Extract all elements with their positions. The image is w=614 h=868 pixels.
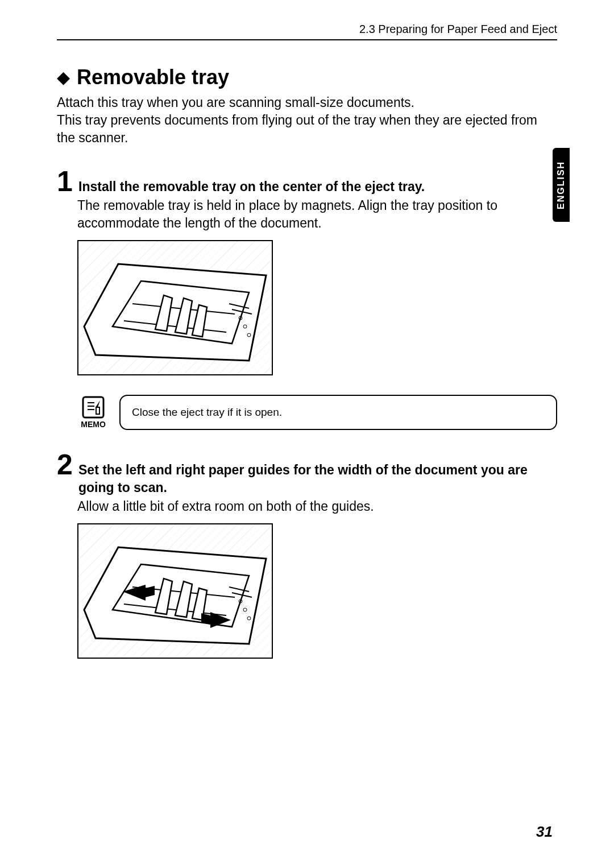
page-header: 2.3 Preparing for Paper Feed and Eject bbox=[57, 23, 557, 40]
svg-rect-16 bbox=[96, 407, 99, 414]
section-reference: 2.3 Preparing for Paper Feed and Eject bbox=[359, 23, 557, 35]
page: 2.3 Preparing for Paper Feed and Eject E… bbox=[0, 0, 614, 868]
step-2-number: 2 bbox=[57, 450, 73, 479]
svg-rect-12 bbox=[83, 397, 103, 418]
step-1-body: The removable tray is held in place by m… bbox=[77, 197, 557, 232]
step-1-figure bbox=[77, 240, 273, 375]
memo-text: Close the eject tray if it is open. bbox=[132, 406, 282, 419]
step-2-heading: Set the left and right paper guides for … bbox=[78, 461, 557, 497]
memo-label: MEMO bbox=[81, 420, 106, 429]
step-2-body: Allow a little bit of extra room on both… bbox=[77, 498, 557, 515]
step-1: 1 Install the removable tray on the cent… bbox=[57, 167, 557, 430]
step-2-figure bbox=[77, 523, 273, 659]
language-tab-label: ENGLISH bbox=[556, 160, 566, 209]
memo-icon: MEMO bbox=[77, 395, 109, 430]
section-title-text: Removable tray bbox=[77, 65, 229, 89]
language-tab: ENGLISH bbox=[553, 148, 570, 222]
memo-box: Close the eject tray if it is open. bbox=[119, 395, 557, 430]
scanner-illustration-icon bbox=[78, 241, 272, 374]
step-2-header: 2 Set the left and right paper guides fo… bbox=[57, 450, 557, 497]
intro-paragraph: Attach this tray when you are scanning s… bbox=[57, 94, 557, 147]
diamond-bullet-icon: ◆ bbox=[57, 69, 70, 86]
memo-note-icon bbox=[81, 395, 106, 420]
step-1-heading: Install the removable tray on the center… bbox=[78, 178, 425, 196]
step-1-header: 1 Install the removable tray on the cent… bbox=[57, 167, 557, 196]
scanner-guides-illustration-icon bbox=[78, 524, 272, 658]
page-number: 31 bbox=[536, 823, 553, 841]
step-2: 2 Set the left and right paper guides fo… bbox=[57, 450, 557, 659]
memo-callout: MEMO Close the eject tray if it is open. bbox=[77, 395, 557, 430]
section-title: ◆ Removable tray bbox=[57, 65, 557, 89]
step-1-number: 1 bbox=[57, 167, 73, 196]
